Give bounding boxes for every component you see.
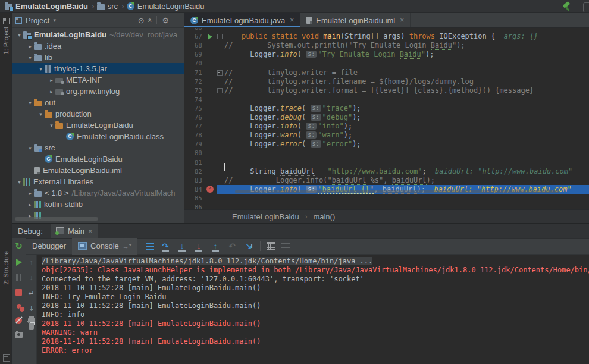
code-line-81[interactable]: 81 <box>184 158 589 167</box>
chevron-expanded-icon[interactable]: ▾ <box>26 100 34 106</box>
code-line-75[interactable]: 75 Logger.trace( s:"trace"); <box>184 104 589 113</box>
code-line-68[interactable]: 68// System.out.println("Try Emulate Log… <box>184 41 589 50</box>
more-options-icon[interactable] <box>281 243 290 249</box>
code-line-82[interactable]: 82 String baiduUrl = "http://www.baidu.c… <box>184 167 589 176</box>
chevron-collapsed-icon[interactable]: ▸ <box>48 77 55 83</box>
code-line-74[interactable]: 74 <box>184 95 589 104</box>
locate-file-icon[interactable]: ⊙ <box>138 17 145 24</box>
tree-item-emulateloginbaidu[interactable]: ▾EmulateLoginBaidu~/dev/dev_root/java <box>12 29 184 40</box>
gear-icon[interactable]: ⚙ <box>162 17 169 24</box>
stripe-bottom-icon[interactable] <box>3 354 10 362</box>
code-line-77[interactable]: 77 Logger.info( s:"info"); <box>184 122 589 131</box>
scroll-to-end-icon[interactable]: ↧ <box>28 305 34 312</box>
chevron-collapsed-icon[interactable]: ▸ <box>26 43 34 49</box>
breadcrumb-item[interactable]: EmulateLoginBaidu <box>232 212 299 221</box>
chevron-expanded-icon[interactable]: ▾ <box>37 66 45 72</box>
fold-marker-icon[interactable] <box>217 34 223 39</box>
tree-item-emulateloginbaidu-iml[interactable]: EmulateLoginBaidu.iml <box>12 165 184 176</box>
breadcrumb-item[interactable]: main() <box>313 212 335 221</box>
collapse-all-icon[interactable]: « <box>146 18 153 23</box>
code-line-66[interactable]: 66 <box>184 28 589 32</box>
code-line-83[interactable]: 83// Logger.info("baiduUrl=%s", baiduUrl… <box>184 176 589 185</box>
evaluate-expression-icon[interactable] <box>267 242 275 250</box>
tree-item-org-pmw-tinylog[interactable]: ▸org.pmw.tinylog <box>12 86 184 97</box>
tree-item--idea[interactable]: ▸.idea <box>12 40 184 52</box>
drop-frame-icon[interactable]: ↶ <box>227 241 237 252</box>
code-line-79[interactable]: 79 Logger.error( s:"error"); <box>184 140 589 149</box>
pause-icon[interactable] <box>16 274 21 281</box>
code-line-72[interactable]: 72// tinylog.writer.filename = ${home}/l… <box>184 77 589 86</box>
tree-item-src[interactable]: ▾src <box>12 142 184 153</box>
rerun-icon[interactable]: ↻ <box>15 242 23 250</box>
hide-panel-icon[interactable]: — <box>173 17 180 24</box>
fold-marker-icon[interactable] <box>217 88 223 93</box>
stripe-project-button[interactable]: 1: Project <box>0 18 12 54</box>
code-line-71[interactable]: 71// tinylog.writer = file <box>184 68 589 77</box>
show-execution-point-icon[interactable] <box>146 243 154 250</box>
chevron-expanded-icon[interactable]: ▾ <box>26 55 34 61</box>
run-arrow-icon[interactable] <box>208 34 212 40</box>
breakpoint-icon[interactable] <box>206 186 214 193</box>
tree-item-lib[interactable]: ▾lib <box>12 52 184 63</box>
code-line-78[interactable]: 78 Logger.warn( s:"warn"); <box>184 131 589 140</box>
build-hammer-icon[interactable] <box>562 2 572 11</box>
tab-debugger[interactable]: Debugger <box>26 238 72 255</box>
close-icon[interactable]: × <box>290 16 294 24</box>
tree-item-kotlin-stdlib[interactable]: ▸kotlin-stdlib <box>12 199 184 210</box>
code-line-73[interactable]: 73// tinylog.writer.format = [{level}] {… <box>184 86 589 95</box>
chevron-expanded-icon[interactable]: ▾ <box>15 32 23 38</box>
mute-breakpoints-icon[interactable] <box>15 317 22 324</box>
editor-tab-emulateloginbaidu-iml[interactable]: EmulateLoginBaidu.iml× <box>300 13 411 27</box>
step-into-icon[interactable]: ↓ <box>177 241 187 252</box>
code-line-85[interactable]: 85 <box>184 194 589 203</box>
tree-item-tinylog-1-3-5-jar[interactable]: ▾tinylog-1.3.5.jar <box>12 63 184 74</box>
step-over-icon[interactable]: ↷ <box>160 241 171 252</box>
chevron-collapsed-icon[interactable]: ▸ <box>48 89 55 95</box>
tree-item-production[interactable]: ▾production <box>12 108 184 120</box>
soft-wrap-icon[interactable]: ↵ <box>28 290 34 297</box>
tree-item-out[interactable]: ▾out <box>12 97 184 108</box>
tree-item-external-libraries[interactable]: ▾External Libraries <box>12 176 184 187</box>
code-line-76[interactable]: 76 Logger.debug( s:"debug"); <box>184 113 589 122</box>
editor-tab-emulateloginbaidu-java[interactable]: EmulateLoginBaidu.java× <box>184 13 300 27</box>
stop-icon[interactable] <box>15 289 22 296</box>
clear-all-icon[interactable] <box>29 323 34 330</box>
run-to-cursor-icon[interactable]: ↘I <box>243 241 254 252</box>
tree-item-meta-inf[interactable]: ▸META-INF <box>12 74 184 86</box>
code-line-86[interactable]: 86 <box>184 203 589 209</box>
up-arrow-icon[interactable]: ↑ <box>30 259 33 266</box>
code-line-67[interactable]: 67 public static void main(String[] args… <box>184 32 589 41</box>
fold-marker-icon[interactable] <box>217 70 223 76</box>
project-panel-title[interactable]: Project <box>26 16 49 25</box>
project-tree-hscrollbar[interactable] <box>15 217 98 221</box>
close-icon[interactable]: × <box>88 227 93 236</box>
resume-icon[interactable] <box>16 259 22 266</box>
chevron-collapsed-icon[interactable]: ▸ <box>26 202 34 208</box>
code-line-69[interactable]: 69 Logger.info( s:"Try Emulate Login Bai… <box>184 50 589 59</box>
chevron-collapsed-icon[interactable]: ▸ <box>26 190 34 196</box>
down-arrow-icon[interactable]: ↓ <box>30 274 33 281</box>
tree-item--1-8-[interactable]: ▸< 1.8 >/Library/Java/JavaVirtualMach <box>12 187 184 199</box>
force-step-into-icon[interactable]: ↓ <box>193 241 204 252</box>
debug-session-tab-main[interactable]: Main × <box>51 224 98 238</box>
chevron-expanded-icon[interactable]: ▾ <box>26 145 34 151</box>
chevron-expanded-icon[interactable]: ▾ <box>15 179 23 185</box>
breadcrumb-item[interactable]: EmulateLoginBaidu <box>127 2 205 11</box>
chevron-expanded-icon[interactable]: ▾ <box>37 111 45 117</box>
thread-dump-icon[interactable] <box>15 332 23 338</box>
breadcrumb-item[interactable]: EmulateLoginBaidu <box>5 2 88 11</box>
code-line-70[interactable]: 70 <box>184 59 589 68</box>
chevron-down-icon[interactable]: ▾ <box>53 17 56 23</box>
code-line-80[interactable]: 80 <box>184 149 589 158</box>
chevron-expanded-icon[interactable]: ▾ <box>48 123 55 128</box>
tree-item-emulateloginbaidu[interactable]: EmulateLoginBaidu <box>12 153 184 165</box>
tree-item-emulateloginbaidu[interactable]: ▾EmulateLoginBaidu <box>12 120 184 131</box>
stripe-structure-button[interactable]: 2: Structure <box>0 251 12 285</box>
tree-item-emulateloginbaidu-class[interactable]: EmulateLoginBaidu.class <box>12 131 184 142</box>
view-breakpoints-icon[interactable] <box>17 304 21 309</box>
step-out-icon[interactable]: ↑ <box>210 241 221 252</box>
close-icon[interactable]: × <box>400 16 404 24</box>
editor-hscrollbar[interactable] <box>235 190 559 193</box>
tab-console[interactable]: Console→* <box>72 238 137 255</box>
breadcrumb-item[interactable]: src <box>97 2 118 11</box>
